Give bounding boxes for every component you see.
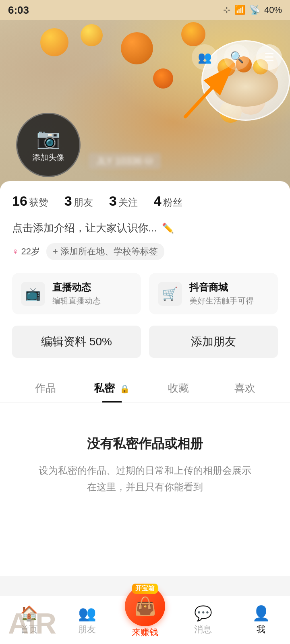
- bluetooth-icon: ⊹: [223, 5, 230, 15]
- menu-button[interactable]: ☰: [256, 44, 282, 70]
- tab-works-label: 作品: [35, 382, 56, 394]
- profile-banner: 👥 🔍 ☰ 📷 添加头像 JLY 10336 ⛁: [0, 20, 290, 189]
- nav-earn[interactable]: 开宝箱 👜 来赚钱: [116, 602, 174, 638]
- nav-friends[interactable]: 👥 朋友: [58, 605, 116, 636]
- stat-likes[interactable]: 16 获赞: [12, 193, 48, 209]
- edit-bio-icon: ✏️: [162, 223, 174, 234]
- battery-icon: 40%: [264, 5, 282, 15]
- signal-icon: 📡: [249, 5, 260, 15]
- wifi-icon: 📶: [234, 5, 245, 15]
- add-tag-label: + 添加所在地、学校等标签: [53, 246, 158, 258]
- add-avatar-button[interactable]: 📷 添加头像: [16, 113, 81, 177]
- friends-icon: 👥: [78, 605, 96, 622]
- earn-badge: 开宝箱: [132, 584, 158, 594]
- age-label: 22岁: [21, 246, 40, 258]
- shop-info: 抖音商城 美好生活触手可得: [189, 281, 254, 306]
- live-title: 直播动态: [52, 281, 101, 294]
- me-icon: 👤: [252, 605, 270, 622]
- add-friend-button[interactable]: 添加朋友: [149, 326, 278, 358]
- search-button[interactable]: 🔍: [224, 44, 250, 70]
- following-count: 3: [109, 193, 117, 209]
- shop-icon: 🛒: [158, 282, 182, 306]
- female-icon: ♀: [12, 246, 19, 257]
- main-profile-card: 16 获赞 3 朋友 3 关注 4 粉丝 点击添加介绍，让大家认识你... ✏️…: [0, 181, 290, 576]
- stats-row: 16 获赞 3 朋友 3 关注 4 粉丝: [12, 193, 278, 209]
- shop-feature-card[interactable]: 🛒 抖音商城 美好生活触手可得: [149, 273, 278, 314]
- add-avatar-label: 添加头像: [32, 152, 64, 163]
- tab-likes[interactable]: 喜欢: [211, 372, 278, 402]
- empty-state: 没有私密作品或相册 设为私密的作品、过期的日常和上传的相册会展示在这里，并且只有…: [12, 403, 278, 520]
- live-feature-card[interactable]: 📺 直播动态 编辑直播动态: [12, 273, 141, 314]
- likes-count: 16: [12, 193, 27, 209]
- add-tag-button[interactable]: + 添加所在地、学校等标签: [46, 243, 164, 260]
- tab-private-label: 私密: [94, 382, 115, 394]
- fruit-decoration-6: [153, 68, 173, 89]
- home-label: 首页: [20, 623, 38, 636]
- header-icons: 👥 🔍 ☰: [192, 44, 282, 70]
- bio-row[interactable]: 点击添加介绍，让大家认识你... ✏️: [12, 221, 278, 235]
- lock-icon: 🔒: [120, 384, 130, 393]
- me-label: 我: [257, 623, 265, 636]
- live-info: 直播动态 编辑直播动态: [52, 281, 101, 306]
- tab-likes-label: 喜欢: [234, 382, 255, 394]
- empty-title: 没有私密作品或相册: [36, 435, 254, 453]
- followers-count: 4: [154, 193, 162, 209]
- fruit-decoration-4: [181, 22, 205, 46]
- nav-messages[interactable]: 💬 消息: [174, 605, 232, 636]
- shop-subtitle: 美好生活触手可得: [189, 295, 254, 306]
- username-display: JLY 10336 ⛁: [89, 153, 161, 169]
- live-icon: 📺: [21, 282, 45, 306]
- menu-icon: ☰: [264, 51, 274, 64]
- avatar-area: 📷 添加头像: [16, 113, 81, 177]
- friends-label: 朋友: [74, 196, 93, 209]
- tab-works[interactable]: 作品: [12, 372, 79, 402]
- live-subtitle: 编辑直播动态: [52, 295, 101, 306]
- fruit-decoration-1: [40, 28, 68, 56]
- earn-label: 来赚钱: [132, 626, 158, 638]
- home-icon: 🏠: [20, 605, 38, 622]
- following-label: 关注: [118, 196, 138, 209]
- nav-home[interactable]: 🏠 首页: [0, 605, 58, 636]
- age-tag: ♀ 22岁: [12, 246, 40, 258]
- earn-bag-icon: 👜: [134, 596, 156, 617]
- tab-private[interactable]: 私密 🔒: [79, 372, 145, 402]
- action-row: 编辑资料 50% 添加朋友: [12, 326, 278, 358]
- status-bar: 6:03 ⊹ 📶 📡 40%: [0, 0, 290, 20]
- friends-count: 3: [64, 193, 72, 209]
- friends-nav-label: 朋友: [78, 623, 96, 636]
- earn-bag-button[interactable]: 开宝箱 👜: [125, 586, 165, 626]
- fruit-decoration-2: [81, 24, 103, 46]
- messages-icon: 💬: [194, 605, 212, 622]
- feature-row: 📺 直播动态 编辑直播动态 🛒 抖音商城 美好生活触手可得: [12, 273, 278, 314]
- followers-label: 粉丝: [163, 196, 182, 209]
- camera-icon: 📷: [36, 127, 60, 150]
- stat-followers[interactable]: 4 粉丝: [154, 193, 182, 209]
- tabs-row: 作品 私密 🔒 收藏 喜欢: [0, 372, 290, 403]
- tab-collect-label: 收藏: [168, 382, 189, 394]
- search-icon: 🔍: [230, 51, 244, 64]
- shop-title: 抖音商城: [189, 281, 254, 294]
- empty-description: 设为私密的作品、过期的日常和上传的相册会展示在这里，并且只有你能看到: [36, 462, 254, 495]
- bio-text: 点击添加介绍，让大家认识你...: [12, 221, 157, 235]
- tab-collect[interactable]: 收藏: [145, 372, 211, 402]
- followers-icon: 👥: [198, 51, 212, 64]
- nav-me[interactable]: 👤 我: [232, 605, 290, 636]
- followers-button[interactable]: 👥: [192, 44, 218, 70]
- likes-label: 获赞: [29, 196, 48, 209]
- status-icons: ⊹ 📶 📡 40%: [223, 5, 282, 15]
- status-time: 6:03: [8, 4, 29, 17]
- stat-friends[interactable]: 3 朋友: [64, 193, 93, 209]
- fruit-decoration-3: [121, 32, 153, 64]
- tags-row: ♀ 22岁 + 添加所在地、学校等标签: [12, 243, 278, 260]
- bottom-nav: 🏠 首页 👥 朋友 开宝箱 👜 来赚钱 💬 消息 👤 我: [0, 596, 290, 644]
- stat-following[interactable]: 3 关注: [109, 193, 138, 209]
- bowl-inner: [213, 66, 278, 107]
- edit-profile-button[interactable]: 编辑资料 50%: [12, 326, 141, 358]
- messages-label: 消息: [194, 623, 212, 636]
